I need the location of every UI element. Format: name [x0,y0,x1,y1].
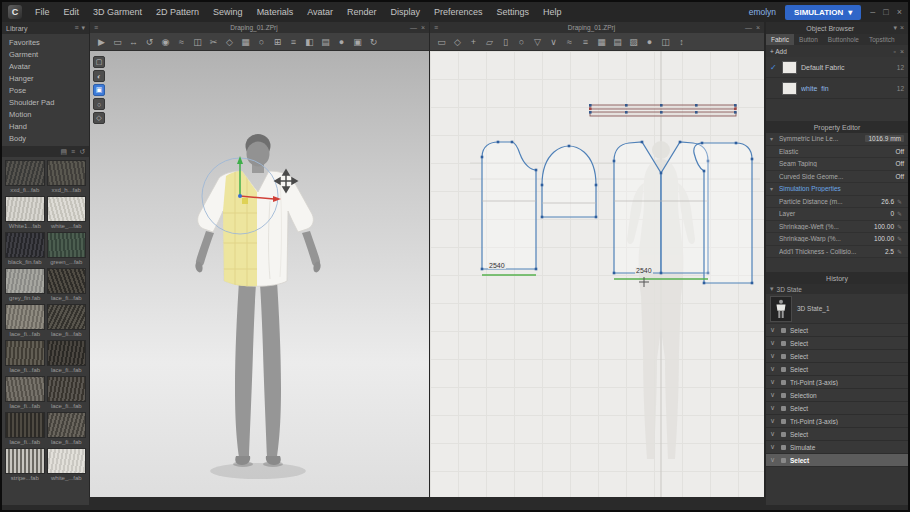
fabric-thumbnail[interactable]: lace_fi...fab [47,376,87,410]
property-row-simulation-properties[interactable]: ▾Simulation Properties [766,183,908,196]
property-value[interactable]: Off [895,148,904,155]
fabric-thumbnail[interactable]: grey_fin.fab [5,268,45,302]
fabric-thumbnail[interactable]: lace_fi...fab [47,304,87,338]
fabric-thumbnail[interactable]: black_fin.fab [5,232,45,266]
polygon-tool[interactable]: ▱ [482,35,497,49]
camera-tool[interactable]: ▣ [350,35,365,49]
menu-item-edit[interactable]: Edit [57,2,87,22]
history-item[interactable]: ∨Simulate [766,441,908,454]
property-value[interactable]: 0 [890,210,894,217]
menu-item-sewing[interactable]: Sewing [206,2,250,22]
pencil-icon[interactable]: ✎ [897,198,904,205]
pattern-piece-collar[interactable] [589,104,737,116]
property-row-add-l-thickness-collisio[interactable]: Add'l Thickness - Collisio...2.5✎ [766,246,908,259]
user-name[interactable]: emolyn [749,7,776,17]
edit-pattern-tool[interactable]: ◇ [450,35,465,49]
minimize-icon[interactable]: — [745,24,752,31]
select-tool[interactable]: ▭ [110,35,125,49]
add-point-tool[interactable]: + [466,35,481,49]
seam-tool[interactable]: ≈ [562,35,577,49]
history-item[interactable]: ∨Tri-Point (3-axis) [766,415,908,428]
menu-item-help[interactable]: Help [536,2,569,22]
mirror-tool[interactable]: ◧ [302,35,317,49]
fabric-thumbnail[interactable]: lace_fi...fab [5,376,45,410]
property-value[interactable]: 26.6 [881,198,894,205]
avatar-tool[interactable]: ○ [254,35,269,49]
light-tool[interactable]: ● [334,35,349,49]
history-item[interactable]: ∨Select [766,324,908,337]
measure-2d-tool[interactable]: ◫ [658,35,673,49]
library-item-motion[interactable]: Motion [2,108,89,120]
property-row-particle-distance-m[interactable]: Particle Distance (m...26.6✎ [766,196,908,209]
pattern-piece-back[interactable] [481,141,538,271]
panel-menu-icon[interactable]: ≡ [94,24,98,31]
scissors-tool[interactable]: ✂ [206,35,221,49]
move-tool[interactable]: ↔ [126,35,141,49]
pin-tool[interactable]: ◉ [158,35,173,49]
library-item-garment[interactable]: Garment [2,48,89,60]
grid-view-icon[interactable]: ▤ [60,148,67,156]
menu-icon[interactable]: ≡ [74,24,78,32]
fabric-item[interactable]: ✓Default Fabric12 [766,57,908,78]
property-value[interactable]: Off [895,160,904,167]
tab-topstitch[interactable]: Topstitch [864,34,900,45]
library-item-hanger[interactable]: Hanger [2,72,89,84]
delete-icon[interactable]: × [900,48,904,55]
arrangement-tool[interactable]: ⊞ [270,35,285,49]
library-item-hand[interactable]: Hand [2,120,89,132]
collapse-icon[interactable]: ▾ [81,24,85,32]
fabric-thumbnail[interactable]: stripe...fab [5,448,45,482]
menu-item-render[interactable]: Render [340,2,384,22]
menu-item-settings[interactable]: Settings [490,2,537,22]
menu-item-file[interactable]: File [28,2,57,22]
pencil-icon[interactable]: ✎ [897,235,904,242]
property-value[interactable]: Off [895,173,904,180]
minimize-icon[interactable]: — [410,24,417,31]
refresh-icon[interactable]: ↺ [79,148,85,156]
grading-tool[interactable]: ▤ [610,35,625,49]
simulation-button[interactable]: SIMULATION ▾ [785,5,861,20]
history-item[interactable]: ∨Select [766,363,908,376]
history-item[interactable]: ∨Tri-Point (3-axis) [766,376,908,389]
pencil-icon[interactable]: ✎ [897,248,904,255]
fabric-thumbnail[interactable]: lace_fi...fab [47,340,87,374]
history-item[interactable]: ∨Select [766,428,908,441]
viewport-3d-canvas[interactable]: ▢◐▣○◇ [90,51,429,497]
history-item[interactable]: ∨Select [766,337,908,350]
minimize-icon[interactable]: – [870,7,875,17]
property-value[interactable]: 1016.9 mm [865,135,904,142]
layer-tool[interactable]: ≡ [286,35,301,49]
fabric-thumbnail[interactable]: lace_fi...fab [47,412,87,446]
close-icon[interactable]: × [900,24,904,32]
property-value[interactable]: 2.5 [885,248,894,255]
library-item-favorites[interactable]: Favorites [2,36,89,48]
pen-3d-tool[interactable]: ◇ [222,35,237,49]
copy-icon[interactable]: ▫ [893,48,895,55]
fabric-thumbnail[interactable]: lace_fi...fab [5,304,45,338]
dart-tool[interactable]: ▽ [530,35,545,49]
rectangle-tool[interactable]: ▯ [498,35,513,49]
history-item[interactable]: ∨Selection [766,389,908,402]
fabric-thumbnail[interactable]: lace_fi...fab [5,412,45,446]
select-pattern-tool[interactable]: ▭ [434,35,449,49]
fabric-thumbnail[interactable]: green_...fab [47,232,87,266]
pattern-piece-sleeve[interactable] [541,145,598,219]
collapse-icon[interactable]: ▾ [893,24,897,32]
menu-item-preferences[interactable]: Preferences [427,2,490,22]
close-icon[interactable]: × [421,24,425,31]
property-row-seam-taping[interactable]: Seam TapingOff [766,158,908,171]
library-item-pose[interactable]: Pose [2,84,89,96]
texture-tool[interactable]: ▦ [238,35,253,49]
fabric-thumbnail[interactable]: white_...fab [47,448,87,482]
property-row-shrinkage-weft[interactable]: Shrinkage-Weft (%...100.00✎ [766,221,908,234]
history-item[interactable]: ∨Select [766,454,908,467]
sync-tool[interactable]: ↕ [674,35,689,49]
library-item-shoulder-pad[interactable]: Shoulder Pad [2,96,89,108]
panel-menu-icon[interactable]: ≡ [434,24,438,31]
show-silhouette-tool[interactable]: ● [642,35,657,49]
fabric-thumbnail[interactable]: xxd_fi...fab [5,160,45,194]
history-state-row[interactable]: ▾ 3D State [766,284,908,294]
history-item[interactable]: ∨Select [766,402,908,415]
internal-line-tool[interactable]: ≡ [578,35,593,49]
property-value[interactable]: 100.00 [874,223,894,230]
